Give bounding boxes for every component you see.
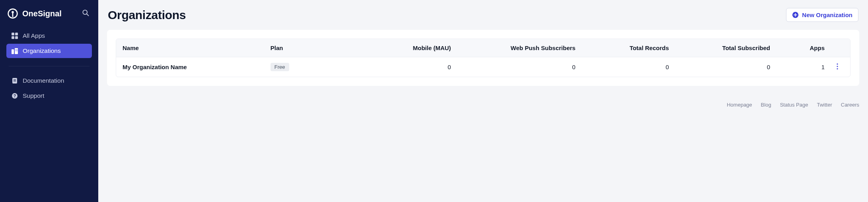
main-content: Organizations New Organization Name Plan… bbox=[98, 0, 868, 202]
footer-link-status-page[interactable]: Status Page bbox=[780, 102, 808, 108]
nav-secondary: Documentation ? Support bbox=[0, 71, 98, 106]
svg-line-4 bbox=[87, 14, 89, 16]
new-organization-button[interactable]: New Organization bbox=[786, 8, 858, 22]
footer-link-twitter[interactable]: Twitter bbox=[817, 102, 832, 108]
nav-primary: All Apps Organizations bbox=[0, 26, 98, 61]
col-total-subscribed: Total Subscribed bbox=[672, 39, 773, 57]
organizations-table: Name Plan Mobile (MAU) Web Push Subscrib… bbox=[116, 39, 850, 77]
brand-name: OneSignal bbox=[22, 9, 62, 18]
svg-rect-5 bbox=[12, 33, 14, 35]
col-actions bbox=[828, 43, 847, 54]
cell-plan: Free bbox=[267, 57, 353, 77]
table-row[interactable]: My Organization Name Free 0 0 0 0 1 bbox=[116, 57, 850, 77]
svg-rect-12 bbox=[17, 49, 18, 50]
col-apps: Apps bbox=[773, 39, 828, 57]
col-mobile: Mobile (MAU) bbox=[353, 39, 454, 57]
cell-name: My Organization Name bbox=[119, 58, 267, 76]
footer-link-blog[interactable]: Blog bbox=[761, 102, 771, 108]
brand[interactable]: OneSignal bbox=[7, 8, 62, 19]
plan-badge: Free bbox=[271, 63, 289, 71]
svg-rect-13 bbox=[16, 50, 16, 51]
sidebar-item-all-apps[interactable]: All Apps bbox=[6, 29, 92, 43]
sidebar-item-label: Documentation bbox=[23, 77, 64, 84]
footer-links: Homepage Blog Status Page Twitter Career… bbox=[107, 86, 859, 108]
svg-point-25 bbox=[837, 68, 838, 69]
search-button[interactable] bbox=[80, 8, 91, 19]
search-icon bbox=[82, 9, 90, 18]
svg-point-24 bbox=[837, 66, 838, 67]
sidebar-item-label: All Apps bbox=[23, 32, 45, 39]
help-icon: ? bbox=[11, 92, 18, 99]
brand-logo-icon bbox=[7, 8, 18, 19]
cell-apps: 1 bbox=[773, 58, 828, 76]
sidebar-item-label: Support bbox=[23, 92, 44, 99]
svg-rect-9 bbox=[12, 49, 14, 54]
cell-web: 0 bbox=[454, 58, 579, 76]
grid-icon bbox=[11, 32, 18, 39]
svg-text:?: ? bbox=[14, 94, 16, 98]
svg-rect-14 bbox=[17, 50, 18, 51]
svg-rect-8 bbox=[15, 36, 18, 39]
sidebar-item-support[interactable]: ? Support bbox=[6, 89, 92, 103]
sidebar-divider bbox=[9, 66, 90, 66]
col-total-records: Total Records bbox=[579, 39, 672, 57]
svg-rect-7 bbox=[12, 36, 14, 39]
svg-rect-17 bbox=[14, 81, 16, 81]
col-plan: Plan bbox=[267, 39, 353, 57]
sidebar-item-organizations[interactable]: Organizations bbox=[6, 44, 92, 58]
svg-rect-2 bbox=[12, 13, 14, 17]
page-title: Organizations bbox=[108, 8, 186, 22]
cell-total-subscribed: 0 bbox=[672, 58, 773, 76]
cell-mobile: 0 bbox=[353, 58, 454, 76]
page-header: Organizations New Organization bbox=[107, 0, 859, 30]
kebab-icon bbox=[837, 63, 838, 71]
footer-link-careers[interactable]: Careers bbox=[841, 102, 859, 108]
new-organization-label: New Organization bbox=[802, 12, 852, 18]
svg-rect-6 bbox=[15, 33, 18, 35]
svg-rect-22 bbox=[794, 15, 798, 16]
col-name: Name bbox=[119, 39, 267, 57]
sidebar-item-documentation[interactable]: Documentation bbox=[6, 74, 92, 88]
sidebar: OneSignal All Apps Organizations bbox=[0, 0, 98, 202]
svg-rect-10 bbox=[15, 48, 18, 54]
svg-rect-11 bbox=[16, 49, 16, 50]
col-web: Web Push Subscribers bbox=[454, 39, 579, 57]
plus-circle-icon bbox=[792, 12, 799, 18]
svg-point-23 bbox=[837, 63, 838, 64]
document-icon bbox=[11, 77, 18, 84]
sidebar-top: OneSignal bbox=[0, 6, 98, 26]
cell-total-records: 0 bbox=[579, 58, 672, 76]
row-actions-button[interactable] bbox=[828, 62, 847, 73]
svg-rect-16 bbox=[14, 80, 16, 80]
organization-icon bbox=[11, 47, 18, 54]
table-header: Name Plan Mobile (MAU) Web Push Subscrib… bbox=[116, 39, 850, 57]
footer-link-homepage[interactable]: Homepage bbox=[727, 102, 752, 108]
sidebar-item-label: Organizations bbox=[23, 47, 61, 54]
organizations-card: Name Plan Mobile (MAU) Web Push Subscrib… bbox=[107, 30, 859, 86]
